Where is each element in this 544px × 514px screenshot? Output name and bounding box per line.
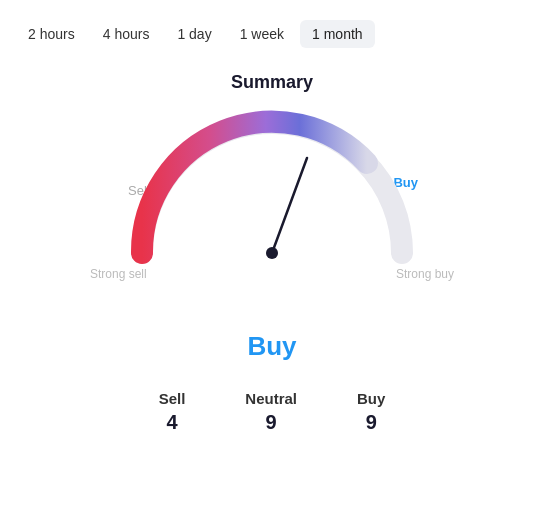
svg-line-0 [272, 158, 307, 253]
stat-sell-label: Sell [159, 390, 186, 407]
svg-point-1 [266, 247, 278, 259]
time-btn-1d[interactable]: 1 day [165, 20, 223, 48]
stat-neutral-value: 9 [266, 411, 277, 434]
stats-row: Sell 4 Neutral 9 Buy 9 [159, 390, 386, 434]
gauge-wrapper: Neutral Sell Buy Strong sell Strong buy [82, 103, 462, 323]
summary-title: Summary [231, 72, 313, 93]
stat-neutral: Neutral 9 [245, 390, 297, 434]
main-container: 2 hours 4 hours 1 day 1 week 1 month Sum… [0, 0, 544, 514]
time-btn-2h[interactable]: 2 hours [16, 20, 87, 48]
time-btn-4h[interactable]: 4 hours [91, 20, 162, 48]
time-period-bar: 2 hours 4 hours 1 day 1 week 1 month [0, 20, 544, 48]
stat-sell-value: 4 [166, 411, 177, 434]
stat-buy-value: 9 [366, 411, 377, 434]
time-btn-1m[interactable]: 1 month [300, 20, 375, 48]
stat-buy-label: Buy [357, 390, 385, 407]
stat-buy: Buy 9 [357, 390, 385, 434]
gauge-svg [122, 103, 422, 273]
stat-neutral-label: Neutral [245, 390, 297, 407]
time-btn-1w[interactable]: 1 week [228, 20, 296, 48]
stat-sell: Sell 4 [159, 390, 186, 434]
signal-text: Buy [247, 331, 296, 362]
